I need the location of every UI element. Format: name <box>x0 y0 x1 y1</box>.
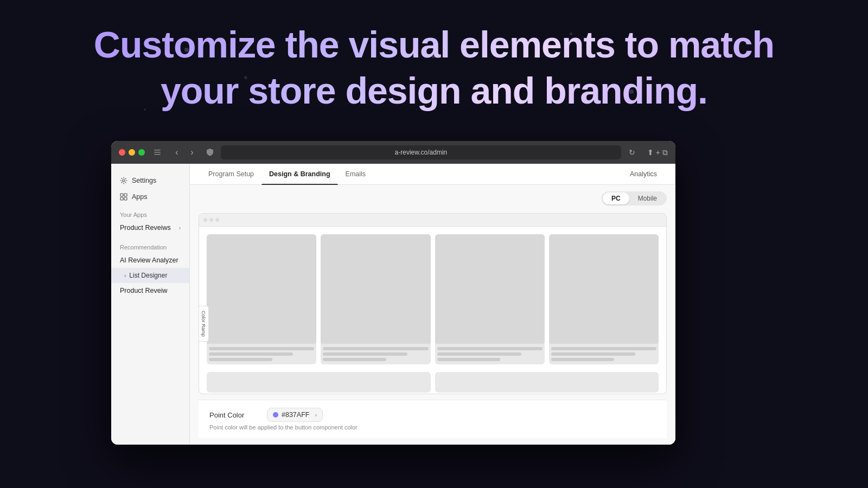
tabs-right: Analytics <box>622 164 665 184</box>
address-bar[interactable]: a-review.co/admin <box>221 145 621 159</box>
tab-design-branding[interactable]: Design & Branding <box>261 164 338 184</box>
browser-body: Settings Apps Your Apps Product Reveiws … <box>111 164 675 445</box>
text-line <box>437 347 542 350</box>
main-content: Program Setup Design & Branding Emails A… <box>190 164 675 445</box>
product-text-4 <box>549 344 659 364</box>
product-card-3 <box>435 234 545 364</box>
preview-area: PC Mobile <box>190 185 675 445</box>
point-color-hint: Point color will be applied to the butto… <box>209 424 656 431</box>
tab-analytics[interactable]: Analytics <box>622 164 665 184</box>
tab-program-setup[interactable]: Program Setup <box>201 164 261 184</box>
svg-rect-2 <box>154 154 161 155</box>
sidebar-item-settings[interactable]: Settings <box>111 172 189 189</box>
mini-browser-chrome <box>199 214 666 227</box>
your-apps-label: Your Apps <box>111 205 189 220</box>
svg-rect-1 <box>154 152 161 153</box>
sidebar-list-designer[interactable]: › List Designer <box>111 268 189 283</box>
apps-label: Apps <box>132 193 148 201</box>
share-icon[interactable]: ⬆ <box>647 148 654 157</box>
svg-rect-5 <box>124 194 127 196</box>
toggle-pc[interactable]: PC <box>603 192 629 204</box>
color-swatch <box>273 412 278 418</box>
product-image-2 <box>321 234 430 344</box>
text-line <box>209 358 272 361</box>
traffic-light-red[interactable] <box>119 149 125 156</box>
chevron-right-icon: › <box>179 225 181 231</box>
svg-rect-6 <box>120 197 123 200</box>
product-card-2 <box>321 234 430 364</box>
settings-icon <box>120 177 127 184</box>
point-color-row: Point Color #837AFF › <box>209 408 656 422</box>
wide-cards-row <box>207 372 659 393</box>
new-tab-icon[interactable]: + <box>656 148 660 157</box>
shield-icon <box>205 147 215 158</box>
browser-action-icons: ⬆ + ⧉ <box>647 148 668 157</box>
sidebar-product-review[interactable]: Product Reveiw <box>111 283 189 298</box>
tab-emails[interactable]: Emails <box>338 164 374 184</box>
mini-browser-body: Color Ramp <box>199 227 666 394</box>
settings-label: Settings <box>132 177 156 184</box>
text-line <box>323 358 386 361</box>
sidebar-toggle-icon[interactable] <box>150 146 164 158</box>
svg-rect-7 <box>124 197 127 200</box>
color-chevron-icon: › <box>315 412 317 418</box>
traffic-light-yellow[interactable] <box>129 149 135 156</box>
text-line <box>323 352 407 356</box>
sub-chevron-icon: › <box>124 273 126 279</box>
sidebar-ai-review[interactable]: AI Review Analyzer <box>111 253 189 268</box>
sidebar-item-apps[interactable]: Apps <box>111 189 189 205</box>
color-ramp-tab[interactable]: Color Ramp <box>199 306 209 342</box>
product-text-1 <box>207 344 316 364</box>
svg-rect-4 <box>120 194 123 196</box>
tab-grid-icon[interactable]: ⧉ <box>662 148 668 157</box>
text-line <box>437 352 521 356</box>
tabs-bar: Program Setup Design & Branding Emails A… <box>190 164 675 185</box>
product-image-3 <box>435 234 545 344</box>
text-line <box>551 347 656 350</box>
text-line <box>551 358 615 361</box>
product-card-1 <box>207 234 316 364</box>
forward-button[interactable]: › <box>185 146 199 158</box>
color-picker-button[interactable]: #837AFF › <box>267 408 323 422</box>
point-color-label: Point Color <box>209 411 258 419</box>
back-button[interactable]: ‹ <box>170 146 184 158</box>
hero-heading: Customize the visual elements to match y… <box>0 22 868 114</box>
svg-rect-0 <box>154 150 161 151</box>
product-text-3 <box>435 344 545 364</box>
mini-browser-preview: Color Ramp <box>199 213 667 394</box>
sidebar-product-reviews[interactable]: Product Reveiws › <box>111 220 189 235</box>
product-image-4 <box>549 234 659 344</box>
nav-buttons: ‹ › <box>170 146 199 158</box>
text-line <box>323 347 428 350</box>
traffic-light-green[interactable] <box>138 149 145 156</box>
mini-dot-3 <box>215 218 219 222</box>
svg-point-3 <box>123 179 125 182</box>
toggle-group: PC Mobile <box>602 191 667 206</box>
hero-section: Customize the visual elements to match y… <box>0 22 868 114</box>
toggle-mobile[interactable]: Mobile <box>629 192 666 204</box>
mini-dot-1 <box>203 218 207 222</box>
text-line <box>437 358 501 361</box>
recommendation-section: Recommendation AI Review Analyzer › List… <box>111 237 189 298</box>
reload-icon[interactable]: ↻ <box>627 147 637 158</box>
recommendation-label: Recommendation <box>111 237 189 253</box>
color-hex-value: #837AFF <box>282 411 309 419</box>
product-grid <box>207 234 659 364</box>
product-text-2 <box>321 344 430 364</box>
config-area: Point Color #837AFF › Point color will b… <box>199 400 667 438</box>
mini-dot-2 <box>209 218 213 222</box>
product-image-1 <box>207 234 316 344</box>
device-toggle: PC Mobile <box>199 191 667 206</box>
browser-chrome: ‹ › a-review.co/admin ↻ ⬆ + ⧉ <box>111 141 675 164</box>
app-sidebar: Settings Apps Your Apps Product Reveiws … <box>111 164 190 445</box>
product-card-4 <box>549 234 659 364</box>
apps-icon <box>120 193 127 201</box>
url-text: a-review.co/admin <box>395 149 448 156</box>
browser-window: ‹ › a-review.co/admin ↻ ⬆ + ⧉ <box>111 141 675 445</box>
wide-card-2 <box>435 372 659 393</box>
traffic-lights <box>119 149 145 156</box>
text-line <box>551 352 635 356</box>
wide-card-1 <box>207 372 431 393</box>
text-line <box>209 347 314 350</box>
text-line <box>209 352 293 356</box>
